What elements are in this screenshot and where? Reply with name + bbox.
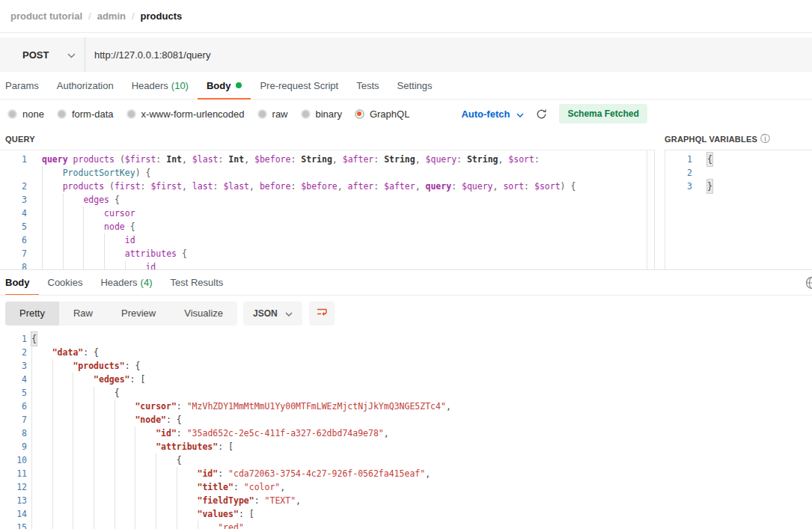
view-visualize[interactable]: Visualize [170,302,237,325]
response-tab-cookies[interactable]: Cookies [39,270,92,295]
response-editor-code: 1{2"data": {3"products": {4"edges": [5{6… [0,332,812,529]
globe-icon[interactable] [805,276,812,292]
info-icon[interactable]: ⓘ [760,132,770,146]
mode-x-www-form-urlencoded[interactable]: x-www-form-urlencoded [126,108,245,120]
request-tabs: Params Authorization Headers(10) Body Pr… [0,72,812,100]
response-tab-headers[interactable]: Headers(4) [91,270,161,295]
view-raw[interactable]: Raw [59,302,107,325]
response-tab-test-results[interactable]: Test Results [162,270,233,295]
editors-gap [655,150,665,269]
chevron-down-icon [285,308,293,319]
breadcrumb: product tutorial / admin / products [0,0,812,33]
breadcrumb-collection[interactable]: admin [97,10,126,22]
breadcrumb-workspace[interactable]: product tutorial [10,10,82,22]
mode-none[interactable]: none [7,108,44,120]
tab-tests[interactable]: Tests [347,72,388,99]
breadcrumb-separator: / [88,10,91,22]
chevron-down-icon [67,49,76,61]
unsaved-changes-dot [236,82,242,88]
tab-body[interactable]: Body [198,72,251,99]
query-editor[interactable]: 1query products ($first: Int, $last: Int… [0,150,655,269]
wrap-text-button[interactable] [309,302,335,325]
tab-authorization[interactable]: Authorization [48,72,123,99]
method-label: POST [22,49,49,61]
mode-graphql[interactable]: GraphQL [355,108,409,120]
url-input[interactable]: http://127.0.0.1:8081/query [85,49,210,61]
view-pretty[interactable]: Pretty [5,302,59,325]
radio-selected-icon [355,109,364,119]
variables-editor-code: 1{23} [665,153,812,193]
method-selector[interactable]: POST [0,37,85,72]
response-tabs: Body Cookies Headers(4) Test Results [0,270,812,296]
graphql-editors: 1query products ($first: Int, $last: Int… [0,150,812,270]
view-preview[interactable]: Preview [107,302,170,325]
breadcrumb-separator: / [132,10,135,22]
schema-status-badge: Schema Fetched [559,104,647,123]
breadcrumb-request[interactable]: products [141,10,183,22]
mode-form-data[interactable]: form-data [57,108,114,120]
tab-params[interactable]: Params [5,72,48,99]
radio-icon [257,109,267,119]
variables-editor[interactable]: 1{23} [665,150,812,269]
query-title: QUERY [0,135,665,144]
autofetch-dropdown[interactable]: Auto-fetch [461,108,524,120]
tab-pre-request-script[interactable]: Pre-request Script [251,72,347,99]
chevron-down-icon [516,108,524,120]
view-switcher: Pretty Raw Preview Visualize [5,302,237,325]
wrap-text-icon [316,306,328,321]
variables-title: GRAPHQL VARIABLES ⓘ [665,132,770,146]
body-mode-row: none form-data x-www-form-urlencoded raw… [0,100,812,128]
response-toolbar: Pretty Raw Preview Visualize JSON [0,296,812,331]
mode-raw[interactable]: raw [257,108,288,120]
tab-settings[interactable]: Settings [388,72,442,99]
request-url-bar: POST http://127.0.0.1:8081/query [0,37,812,72]
radio-icon [301,109,311,119]
format-selector[interactable]: JSON [243,302,302,325]
query-editor-code: 1query products ($first: Int, $last: Int… [0,153,654,269]
headers-count: (10) [171,80,189,91]
response-headers-count: (4) [141,277,153,288]
mode-binary[interactable]: binary [301,108,342,120]
radio-icon [7,109,17,119]
editor-titles-row: QUERY GRAPHQL VARIABLES ⓘ [0,128,812,150]
response-body-editor[interactable]: 1{2"data": {3"products": {4"edges": [5{6… [0,331,812,529]
radio-icon [126,109,136,119]
radio-icon [57,109,67,119]
response-tab-body[interactable]: Body [5,270,39,295]
tab-headers[interactable]: Headers(10) [123,72,198,99]
active-tab-underline [198,98,251,100]
refresh-schema-icon[interactable] [536,108,547,120]
active-tab-underline [5,294,39,296]
